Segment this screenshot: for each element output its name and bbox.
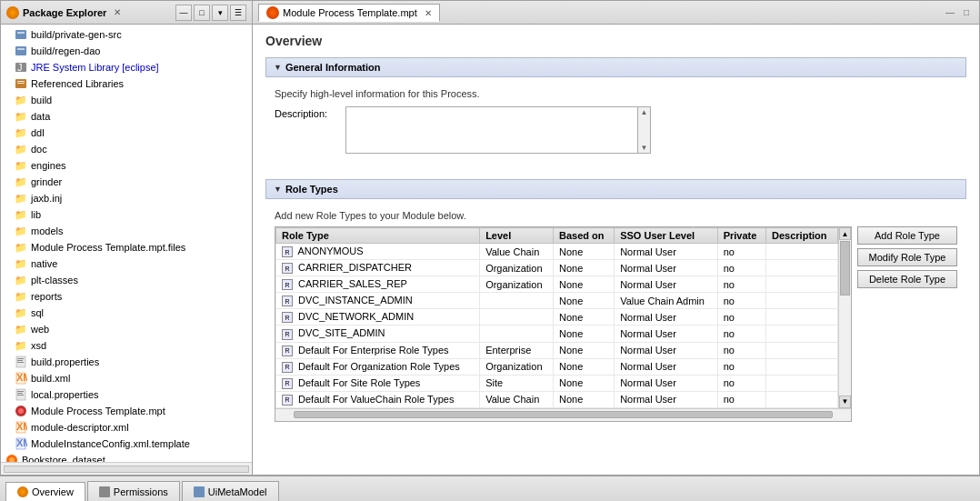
tree-item-doc[interactable]: 📁 doc [1, 141, 252, 157]
role-types-table: Role Type Level Based on SSO User Level … [275, 227, 838, 408]
close-tab-icon[interactable]: ✕ [425, 8, 432, 18]
dropdown-button[interactable]: ▾ [212, 5, 228, 21]
editor-minimize-btn[interactable]: — [943, 5, 957, 20]
scroll-down-icon[interactable]: ▼ [641, 144, 648, 152]
cell-sso-level: Normal User [615, 244, 718, 260]
cell-level: Organization [480, 276, 554, 293]
tree-item-build-private[interactable]: build/private-gen-src [1, 26, 252, 43]
tree-item-jre[interactable]: J JRE System Library [eclipse] [1, 59, 252, 75]
cell-name: R DVC_SITE_ADMIN [276, 326, 480, 342]
table-row[interactable]: R CARRIER_DISPATCHER Organization None N… [276, 260, 838, 276]
table-row[interactable]: R CARRIER_SALES_REP Organization None No… [276, 276, 838, 293]
folder-icon: 📁 [14, 256, 28, 271]
cell-based-on: None [554, 391, 615, 407]
tree-item-data[interactable]: 📁 data [1, 108, 252, 125]
tree-item-reports[interactable]: 📁 reports [1, 288, 252, 305]
cell-description [766, 260, 838, 276]
xml-icon: XML [14, 420, 28, 435]
modify-role-type-button[interactable]: Modify Role Type [857, 248, 957, 266]
delete-role-type-button[interactable]: Delete Role Type [857, 270, 957, 288]
table-row[interactable]: R Default For Site Role Types Site None … [276, 375, 838, 391]
editor-content-area: Overview ▼ General Information Specify h… [253, 25, 979, 475]
left-panel-scrollbar[interactable] [1, 462, 252, 475]
tree-item-mpt-files[interactable]: 📁 Module Process Template.mpt.files [1, 239, 252, 256]
collapse-arrow-icon: ▼ [274, 63, 282, 72]
table-row[interactable]: R DVC_SITE_ADMIN None Normal User no [276, 326, 838, 342]
editor-tab-bar: Module Process Template.mpt ✕ — □ [253, 1, 979, 25]
tab-overview[interactable]: Overview [5, 482, 85, 501]
cell-level: Site [480, 375, 554, 391]
table-horizontal-scrollbar[interactable] [275, 408, 851, 421]
tree-item-build-props[interactable]: build.properties [1, 354, 252, 370]
scroll-down-btn[interactable]: ▼ [839, 396, 851, 408]
editor-panel: Module Process Template.mpt ✕ — □ Overvi… [253, 0, 980, 476]
general-info-header[interactable]: ▼ General Information [265, 57, 966, 77]
tree-container: build/private-gen-src build/regen-dao J … [1, 25, 252, 462]
role-types-header[interactable]: ▼ Role Types [265, 179, 966, 199]
tree-item-plt-classes[interactable]: 📁 plt-classes [1, 272, 252, 288]
root-project-icon [5, 453, 19, 462]
cell-description [766, 244, 838, 260]
tree-item-web[interactable]: 📁 web [1, 321, 252, 337]
panel-menu-button[interactable]: ☰ [230, 5, 246, 21]
table-vertical-scrollbar[interactable]: ▲ ▼ [838, 227, 851, 408]
cell-description [766, 342, 838, 358]
table-row[interactable]: R DVC_INSTANCE_ADMIN None Value Chain Ad… [276, 293, 838, 309]
svg-rect-2 [15, 46, 26, 55]
tree-item-build-regen[interactable]: build/regen-dao [1, 43, 252, 59]
cell-name: R ANONYMOUS [276, 244, 480, 260]
cell-private: no [717, 260, 765, 276]
tree-item-ref-libs[interactable]: Referenced Libraries [1, 75, 252, 92]
tree-item-lib[interactable]: 📁 lib [1, 206, 252, 223]
tree-item-bookstore[interactable]: Bookstore_dataset [1, 452, 252, 462]
cell-name: R Default For Site Role Types [276, 375, 480, 391]
table-row[interactable]: R Default For ValueChain Role Types Valu… [276, 391, 838, 407]
add-role-type-button[interactable]: Add Role Type [857, 226, 957, 245]
tree-item-local-props[interactable]: local.properties [1, 386, 252, 403]
scroll-up-icon[interactable]: ▲ [641, 108, 648, 116]
cell-private: no [717, 342, 765, 358]
role-types-table-container: Role Type Level Based on SSO User Level … [275, 226, 852, 422]
table-row[interactable]: R ANONYMOUS Value Chain None Normal User… [276, 244, 838, 260]
svg-rect-10 [17, 358, 24, 359]
cell-private: no [717, 309, 765, 326]
role-types-section: ▼ Role Types Add new Role Types to your … [265, 179, 966, 427]
description-row: Description: ▲ ▼ [275, 106, 957, 154]
tree-item-mpt[interactable]: Module Process Template.mpt [1, 403, 252, 419]
tree-item-jaxb[interactable]: 📁 jaxb.inj [1, 190, 252, 206]
tree-item-module-desc[interactable]: XML module-descriptor.xml [1, 419, 252, 436]
tree-item-models[interactable]: 📁 models [1, 223, 252, 239]
jre-icon: J [14, 60, 28, 75]
permissions-tab-icon [99, 486, 110, 497]
tree-item-grinder[interactable]: 📁 grinder [1, 174, 252, 190]
general-info-section: ▼ General Information Specify high-level… [265, 57, 966, 165]
table-row[interactable]: R Default For Enterprise Role Types Ente… [276, 342, 838, 358]
table-inner-scroll[interactable]: Role Type Level Based on SSO User Level … [275, 227, 838, 408]
cell-name: R CARRIER_DISPATCHER [276, 260, 480, 276]
tree-item-xsd[interactable]: 📁 xsd [1, 337, 252, 354]
editor-tab-active[interactable]: Module Process Template.mpt ✕ [258, 4, 440, 22]
table-row[interactable]: R DVC_NETWORK_ADMIN None Normal User no [276, 309, 838, 326]
minimize-button[interactable]: — [175, 5, 192, 21]
tab-uimeta-label: UiMetaModel [208, 486, 267, 497]
table-row[interactable]: R Default For Organization Role Types Or… [276, 358, 838, 375]
tree-item-build[interactable]: 📁 build [1, 92, 252, 108]
close-icon[interactable]: ✕ [114, 7, 121, 17]
tree-item-ddl[interactable]: 📁 ddl [1, 125, 252, 141]
tree-label: data [31, 111, 50, 122]
maximize-button[interactable]: □ [194, 5, 210, 21]
tree-item-sql[interactable]: 📁 sql [1, 305, 252, 321]
tab-permissions[interactable]: Permissions [87, 481, 180, 501]
tree-label: lib [31, 209, 41, 220]
panel-controls: — □ ▾ ☰ [175, 5, 246, 21]
description-textarea[interactable] [346, 107, 637, 153]
editor-maximize-btn[interactable]: □ [959, 5, 974, 20]
tab-uimeta[interactable]: UiMetaModel [182, 481, 279, 501]
scroll-up-btn[interactable]: ▲ [839, 227, 851, 240]
tree-item-build-xml[interactable]: XML build.xml [1, 370, 252, 386]
tree-item-engines[interactable]: 📁 engines [1, 157, 252, 174]
tree-item-moduleinstance[interactable]: XML ModuleInstanceConfig.xml.template [1, 436, 252, 452]
tree-item-native[interactable]: 📁 native [1, 256, 252, 272]
scroll-thumb[interactable] [840, 241, 850, 296]
role-icon: R [282, 296, 293, 306]
